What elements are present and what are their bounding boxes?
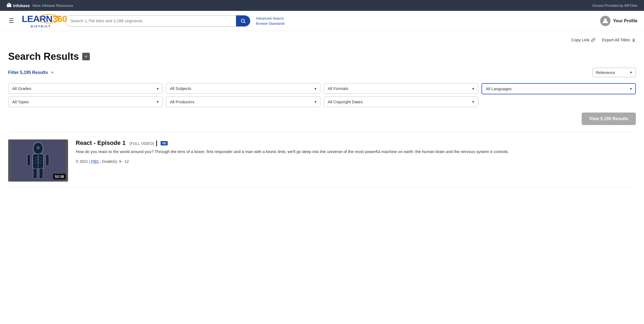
copy-link-button[interactable]: Copy Link xyxy=(571,38,596,42)
result-thumbnail[interactable]: 52:38 xyxy=(8,139,68,182)
copy-link-label: Copy Link xyxy=(571,38,590,42)
producers-dropdown-wrapper: All Producers xyxy=(166,96,321,107)
formats-select[interactable]: All Formats xyxy=(324,83,478,94)
logo-learn: LEARN xyxy=(22,14,52,24)
svg-rect-8 xyxy=(33,168,37,179)
profile-area[interactable]: Your Profile xyxy=(600,16,638,26)
result-grades-label: , Grade(s): xyxy=(100,159,119,164)
filter-label[interactable]: Filter 5,195 Results xyxy=(8,70,48,75)
sort-wrapper: Relevance Title A-Z Title Z-A Date Added… xyxy=(592,68,636,77)
more-resources-link[interactable]: More Infobase Resources xyxy=(33,4,73,8)
sort-select[interactable]: Relevance Title A-Z Title Z-A Date Added… xyxy=(592,68,636,77)
page-title: Search Results xyxy=(8,51,79,62)
export-titles-button[interactable]: Export All Titles xyxy=(602,38,636,42)
dropdowns-row1: All Grades All Subjects All Formats All … xyxy=(8,80,636,96)
result-info: React - Episode 1 (FULL VIDEO) | HD How … xyxy=(76,139,636,182)
profile-name: Your Profile xyxy=(613,18,638,23)
advanced-search-link[interactable]: Advanced Search xyxy=(256,16,285,20)
result-grades: 9 - 12 xyxy=(119,159,129,164)
search-wrapper xyxy=(65,15,250,27)
languages-dropdown-wrapper: All Languages xyxy=(482,83,636,94)
types-dropdown-wrapper: All Types xyxy=(8,96,163,107)
link-icon xyxy=(591,38,595,42)
separator-icon: | xyxy=(156,139,157,146)
subjects-select[interactable]: All Subjects xyxy=(166,83,321,94)
search-area xyxy=(65,15,250,27)
svg-rect-10 xyxy=(27,154,30,166)
header: ☰ LEARN360 DISTRICT Advanced Sea xyxy=(0,11,644,31)
formats-dropdown-wrapper: All Formats xyxy=(324,83,478,94)
user-icon xyxy=(602,18,609,24)
result-meta: © 2021 | PBS , Grade(s): 9 - 12 xyxy=(76,159,636,164)
producers-select[interactable]: All Producers xyxy=(166,96,321,107)
grades-dropdown-wrapper: All Grades xyxy=(8,83,163,94)
filter-row: Filter 5,195 Results × Relevance Title A… xyxy=(8,65,636,80)
search-input[interactable] xyxy=(66,16,236,26)
languages-select[interactable]: All Languages xyxy=(482,83,636,94)
download-icon xyxy=(631,38,636,42)
nav-links: Advanced Search Browse Standards xyxy=(256,16,285,26)
top-bar: 🏔 Infobase More Infobase Resources Acces… xyxy=(0,0,644,11)
actions-bar: Copy Link Export All Titles xyxy=(8,35,636,46)
result-title[interactable]: React - Episode 1 (FULL VIDEO) | HD xyxy=(76,139,636,147)
logo-district: DISTRICT xyxy=(22,25,60,28)
brand-name: Infobase xyxy=(13,3,30,8)
view-results-row: View 5,195 Results xyxy=(8,110,636,129)
subjects-dropdown-wrapper: All Subjects xyxy=(166,83,321,94)
view-results-button[interactable]: View 5,195 Results xyxy=(582,113,636,125)
infobase-logo: 🏔 Infobase xyxy=(7,3,30,8)
empty-cell xyxy=(482,96,636,107)
result-separator: | xyxy=(89,159,91,164)
logo[interactable]: LEARN360 DISTRICT xyxy=(22,14,60,28)
result-year: 2021 xyxy=(79,159,88,164)
svg-rect-9 xyxy=(39,168,43,179)
hd-badge: HD xyxy=(161,141,168,145)
mountain-icon: 🏔 xyxy=(7,3,11,8)
logo-360: 360 xyxy=(52,14,67,24)
result-producer-link[interactable]: PBS xyxy=(91,159,99,164)
full-video-label: (FULL VIDEO) xyxy=(130,141,154,146)
export-titles-label: Export All Titles xyxy=(602,38,630,42)
main-content: Copy Link Export All Titles Search Resul… xyxy=(0,31,644,192)
duration-badge: 52:38 xyxy=(53,174,66,179)
page-title-row: Search Results + xyxy=(8,46,636,65)
browse-standards-link[interactable]: Browse Standards xyxy=(256,21,285,26)
hamburger-button[interactable]: ☰ xyxy=(7,16,16,26)
result-title-text: React - Episode 1 xyxy=(76,139,125,146)
svg-point-19 xyxy=(36,146,40,149)
result-description: How do you react to the world around you… xyxy=(76,149,636,155)
types-select[interactable]: All Types xyxy=(8,96,163,107)
divider xyxy=(8,132,636,132)
table-row: 52:38 React - Episode 1 (FULL VIDEO) | H… xyxy=(8,134,636,187)
top-bar-left: 🏔 Infobase More Infobase Resources xyxy=(7,3,73,8)
filter-clear-button[interactable]: × xyxy=(51,70,54,75)
avatar xyxy=(600,16,611,26)
svg-rect-11 xyxy=(46,154,49,166)
copyright-dates-dropdown-wrapper: All Copyright Dates xyxy=(324,96,478,107)
add-button[interactable]: + xyxy=(82,53,90,60)
search-button[interactable] xyxy=(236,15,250,26)
svg-line-3 xyxy=(244,22,245,23)
result-copyright-symbol: © xyxy=(76,159,79,164)
dropdowns-row2: All Types All Producers All Copyright Da… xyxy=(8,96,636,110)
grades-select[interactable]: All Grades xyxy=(8,83,163,94)
search-icon xyxy=(240,18,246,24)
copyright-dates-select[interactable]: All Copyright Dates xyxy=(324,96,478,107)
access-text: Access Provided by INFOhio xyxy=(592,4,637,8)
